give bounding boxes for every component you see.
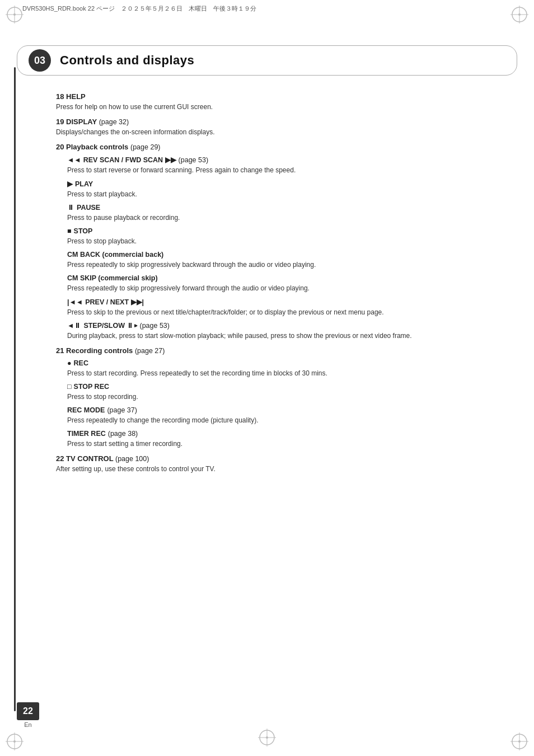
- stepslow-pageref: (page 53): [139, 322, 170, 330]
- stop-icon: ■: [67, 227, 72, 235]
- section-21-name: Recording controls: [66, 346, 133, 355]
- section-22-desc: After setting up, use these controls to …: [56, 464, 489, 474]
- section-19-title: 19 DISPLAY (page 32): [56, 118, 489, 126]
- subsection-prevnext-title: |◄◄ PREV / NEXT ▶▶|: [67, 298, 489, 306]
- prevnext-desc: Press to skip to the previous or next ti…: [67, 307, 489, 317]
- revscan-icon: ◄◄: [67, 156, 81, 164]
- section-18-number: 18: [56, 92, 66, 101]
- section-22-name: TV CONTROL: [66, 454, 113, 463]
- section-20-number: 20: [56, 143, 66, 151]
- corner-mark-bl: [4, 731, 25, 752]
- chapter-header: 03 Controls and displays: [17, 45, 517, 76]
- timerrec-pageref: (page 38): [108, 430, 138, 438]
- section-22-title: 22 TV CONTROL (page 100): [56, 454, 489, 463]
- subsection-prevnext: |◄◄ PREV / NEXT ▶▶| Press to skip to the…: [67, 298, 489, 317]
- stepslow-label: STEP/SLOW ⏸▶: [83, 322, 137, 330]
- section-19-desc: Displays/changes the on-screen informati…: [56, 127, 489, 137]
- recmode-pageref: (page 37): [107, 406, 137, 414]
- section-20-title: 20 Playback controls (page 29): [56, 143, 489, 151]
- section-21-number: 21: [56, 346, 66, 355]
- cmskip-label: CM SKIP (commercial skip): [67, 274, 158, 282]
- pause-label: PAUSE: [77, 204, 100, 212]
- stoprec-icon: □: [67, 383, 72, 391]
- subsection-recmode: REC MODE (page 37) Press repeatedly to c…: [67, 406, 489, 425]
- subsection-timerrec-title: TIMER REC (page 38): [67, 430, 489, 438]
- cmback-label: CM BACK (commercial back): [67, 251, 163, 259]
- page-number: 22: [17, 702, 39, 720]
- corner-mark-tl: [4, 4, 25, 25]
- section-20-pageref: (page 29): [130, 143, 161, 151]
- subsection-stop: ■ STOP Press to stop playback.: [67, 227, 489, 246]
- subsection-revscan: ◄◄ REV SCAN / FWD SCAN ▶▶ (page 53) Pres…: [67, 156, 489, 175]
- subsection-pause: ⏸ PAUSE Press to pause playback or recor…: [67, 204, 489, 223]
- subsection-stepslow-title: ◄⏸ STEP/SLOW ⏸▶ (page 53): [67, 322, 489, 330]
- subsection-cmskip: CM SKIP (commercial skip) Press repeated…: [67, 274, 489, 293]
- rec-icon: ●: [67, 359, 72, 367]
- chapter-title: Controls and displays: [60, 53, 194, 68]
- subsection-pause-title: ⏸ PAUSE: [67, 204, 489, 212]
- subsection-timerrec: TIMER REC (page 38) Press to start setti…: [67, 430, 489, 449]
- corner-mark-tr: [509, 4, 530, 25]
- subsection-rec: ● REC Press to start recording. Press re…: [67, 359, 489, 378]
- main-content: 18 HELP Press for help on how to use the…: [56, 92, 489, 474]
- play-icon: ▶: [67, 180, 73, 188]
- stop-label: STOP: [74, 227, 93, 235]
- section-21-pageref: (page 27): [135, 347, 165, 355]
- pause-desc: Press to pause playback or recording.: [67, 213, 489, 223]
- subsection-rec-title: ● REC: [67, 359, 489, 367]
- subsection-play-title: ▶ PLAY: [67, 180, 489, 188]
- cmback-desc: Press repeatedly to skip progressively b…: [67, 260, 489, 270]
- revscan-label: REV SCAN / FWD SCAN ▶▶: [83, 156, 176, 164]
- recmode-label: REC MODE: [67, 406, 105, 414]
- rec-desc: Press to start recording. Press repeated…: [67, 368, 489, 378]
- section-18-name: HELP: [66, 92, 86, 101]
- meta-text: DVR530HS_RDR.book 22 ページ ２０２５年５月２６日 木曜日 …: [22, 4, 256, 13]
- rec-label: REC: [74, 359, 88, 367]
- stepslow-desc: During playback, press to start slow-mot…: [67, 331, 489, 341]
- section-18-desc: Press for help on how to use the current…: [56, 102, 489, 112]
- section-21-title: 21 Recording controls (page 27): [56, 346, 489, 355]
- page-lang: En: [24, 721, 31, 728]
- center-bottom-mark: [258, 729, 276, 748]
- section-19: 19 DISPLAY (page 32) Displays/changes th…: [56, 118, 489, 137]
- section-19-pageref: (page 32): [99, 118, 129, 126]
- left-bar: [14, 67, 16, 711]
- pause-icon: ⏸: [67, 204, 74, 212]
- chapter-number: 03: [29, 49, 51, 72]
- section-22-pageref: (page 100): [115, 455, 149, 463]
- subsection-revscan-title: ◄◄ REV SCAN / FWD SCAN ▶▶ (page 53): [67, 156, 489, 164]
- section-20-name: Playback controls: [66, 143, 128, 151]
- stoprec-desc: Press to stop recording.: [67, 392, 489, 402]
- section-21: 21 Recording controls (page 27) ● REC Pr…: [56, 346, 489, 449]
- section-19-name: DISPLAY: [66, 118, 97, 126]
- prevnext-label: PREV / NEXT ▶▶|: [85, 298, 144, 306]
- play-desc: Press to start playback.: [67, 189, 489, 199]
- page-wrapper: DVR530HS_RDR.book 22 ページ ２０２５年５月２６日 木曜日 …: [0, 0, 534, 756]
- subsection-stop-title: ■ STOP: [67, 227, 489, 235]
- stepslow-icon: ◄⏸: [67, 322, 81, 330]
- section-18: 18 HELP Press for help on how to use the…: [56, 92, 489, 112]
- subsection-stoprec: □ STOP REC Press to stop recording.: [67, 383, 489, 402]
- section-20: 20 Playback controls (page 29) ◄◄ REV SC…: [56, 143, 489, 341]
- subsection-play: ▶ PLAY Press to start playback.: [67, 180, 489, 199]
- meta-bar: DVR530HS_RDR.book 22 ページ ２０２５年５月２６日 木曜日 …: [0, 0, 534, 17]
- subsection-cmback-title: CM BACK (commercial back): [67, 251, 489, 259]
- stoprec-label: STOP REC: [74, 383, 109, 391]
- prevnext-icon: |◄◄: [67, 298, 83, 306]
- revscan-desc: Press to start reverse or forward scanni…: [67, 165, 489, 175]
- section-22-number: 22: [56, 454, 66, 463]
- revscan-pageref: (page 53): [179, 156, 209, 164]
- cmskip-desc: Press repeatedly to skip progressively f…: [67, 283, 489, 293]
- recmode-desc: Press repeatedly to change the recording…: [67, 415, 489, 425]
- section-18-title: 18 HELP: [56, 92, 489, 101]
- section-22: 22 TV CONTROL (page 100) After setting u…: [56, 454, 489, 474]
- play-label: PLAY: [75, 180, 93, 188]
- subsection-stepslow: ◄⏸ STEP/SLOW ⏸▶ (page 53) During playbac…: [67, 322, 489, 341]
- page-number-area: 22 En: [17, 702, 39, 728]
- section-19-number: 19: [56, 118, 66, 126]
- corner-mark-br: [509, 731, 530, 752]
- subsection-stoprec-title: □ STOP REC: [67, 383, 489, 391]
- subsection-cmskip-title: CM SKIP (commercial skip): [67, 274, 489, 282]
- stop-desc: Press to stop playback.: [67, 236, 489, 246]
- timerrec-desc: Press to start setting a timer recording…: [67, 439, 489, 449]
